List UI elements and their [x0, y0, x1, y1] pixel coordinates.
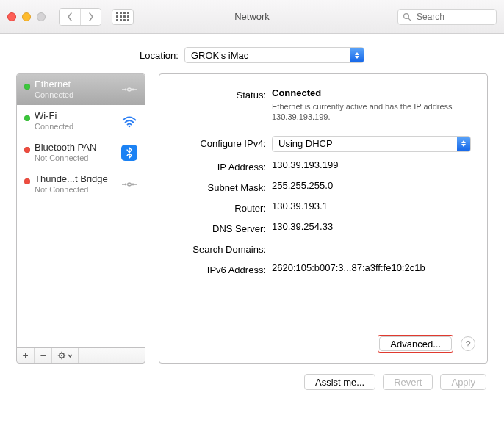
location-select[interactable]: GROK's iMac	[184, 47, 364, 63]
ipv6-address-label: IPv6 Address:	[167, 262, 266, 275]
dropdown-stepper-icon	[457, 137, 470, 151]
router-label: Router:	[167, 201, 266, 214]
svg-point-8	[61, 355, 62, 356]
thunderbolt-bridge-icon	[120, 175, 139, 194]
search-icon	[403, 12, 411, 21]
interface-item-wifi[interactable]: Wi-Fi Connected	[17, 106, 145, 137]
interface-name: Wi-Fi	[35, 111, 73, 122]
chevron-left-icon	[67, 12, 73, 21]
status-dot-icon	[24, 147, 30, 153]
sidebar-toolbar: + −	[16, 347, 145, 364]
ip-address-value: 130.39.193.199	[272, 159, 471, 170]
configure-ipv4-label: Configure IPv4:	[167, 138, 266, 149]
search-input[interactable]	[415, 11, 492, 23]
svg-point-2	[125, 89, 127, 91]
dns-server-value: 130.39.254.33	[272, 221, 471, 232]
status-label: Status:	[167, 87, 266, 101]
svg-line-15	[64, 353, 65, 353]
svg-point-6	[132, 184, 134, 186]
subnet-mask-value: 255.255.255.0	[272, 180, 471, 191]
interface-item-ethernet[interactable]: Ethernet Connected	[17, 74, 145, 106]
interface-item-thunderbolt[interactable]: Thunde...t Bridge Not Connected	[17, 169, 145, 201]
status-dot-icon	[24, 178, 30, 184]
advanced-row: Advanced... ?	[378, 335, 475, 353]
forward-button[interactable]	[80, 9, 101, 25]
apply-button: Apply	[440, 374, 486, 390]
interface-name: Ethernet	[35, 79, 73, 90]
interface-name: Thunde...t Bridge	[35, 174, 108, 185]
status-dot-icon	[24, 84, 30, 90]
status-description: Ethernet is currently active and has the…	[272, 101, 471, 123]
interface-status: Not Connected	[35, 154, 96, 163]
wifi-icon	[120, 112, 139, 131]
chevron-down-icon	[68, 354, 73, 358]
bluetooth-icon	[120, 143, 139, 162]
dropdown-stepper-icon	[350, 48, 364, 62]
dns-server-label: DNS Server:	[167, 221, 266, 234]
interface-actions-button[interactable]	[52, 348, 79, 363]
svg-point-4	[129, 126, 131, 128]
gear-icon	[57, 351, 73, 360]
remove-interface-button[interactable]: −	[35, 348, 52, 363]
sidebar: Ethernet Connected Wi-Fi Connected	[16, 73, 145, 364]
close-window-button[interactable]	[7, 12, 16, 21]
svg-line-14	[64, 358, 65, 358]
search-domains-label: Search Domains:	[167, 242, 266, 255]
configure-ipv4-select[interactable]: Using DHCP	[272, 136, 471, 152]
chevron-right-icon	[87, 12, 94, 21]
ethernet-icon	[120, 80, 139, 99]
grid-icon	[116, 12, 129, 21]
configure-ipv4-value: Using DHCP	[273, 138, 457, 149]
show-all-button[interactable]	[112, 9, 134, 25]
advanced-highlight: Advanced...	[378, 335, 453, 353]
ip-address-label: IP Address:	[167, 159, 266, 173]
location-row: Location: GROK's iMac	[16, 47, 488, 63]
status-value: Connected	[272, 87, 321, 98]
location-label: Location:	[140, 50, 179, 61]
footer-buttons: Assist me... Revert Apply	[16, 374, 488, 390]
svg-point-3	[132, 89, 134, 91]
status-dot-icon	[24, 115, 30, 121]
interface-status: Connected	[35, 122, 73, 131]
add-interface-button[interactable]: +	[17, 348, 35, 363]
advanced-button[interactable]: Advanced...	[379, 336, 452, 351]
interface-status: Connected	[35, 90, 73, 100]
svg-line-1	[408, 18, 411, 20]
router-value: 130.39.193.1	[272, 201, 471, 212]
interface-item-bluetooth[interactable]: Bluetooth PAN Not Connected	[17, 137, 145, 169]
nav-back-forward	[59, 8, 101, 26]
svg-line-13	[59, 353, 60, 353]
revert-button: Revert	[383, 374, 433, 390]
zoom-window-button	[37, 12, 46, 21]
ipv6-address-value: 2620:105:b007:3...87:a3ff:fe10:2c1b	[272, 262, 471, 273]
traffic-lights	[7, 12, 46, 21]
titlebar: Network	[0, 0, 504, 34]
minus-icon: −	[40, 350, 46, 361]
help-button[interactable]: ?	[461, 336, 475, 351]
minimize-window-button[interactable]	[22, 12, 31, 21]
search-field[interactable]	[397, 9, 497, 25]
assist-me-button[interactable]: Assist me...	[304, 374, 375, 390]
plus-icon: +	[22, 350, 28, 361]
help-icon: ?	[465, 339, 470, 350]
interface-name: Bluetooth PAN	[35, 142, 96, 154]
back-button[interactable]	[60, 9, 80, 25]
detail-pane: Status: Connected Ethernet is currently …	[159, 73, 488, 364]
interface-list[interactable]: Ethernet Connected Wi-Fi Connected	[16, 73, 145, 348]
svg-point-5	[125, 184, 127, 186]
svg-line-16	[59, 358, 60, 358]
location-value: GROK's iMac	[185, 50, 350, 61]
main-row: Ethernet Connected Wi-Fi Connected	[16, 73, 488, 364]
panel-body: Location: GROK's iMac Ethernet Connected	[0, 34, 504, 402]
interface-status: Not Connected	[35, 185, 108, 195]
subnet-mask-label: Subnet Mask:	[167, 180, 266, 193]
